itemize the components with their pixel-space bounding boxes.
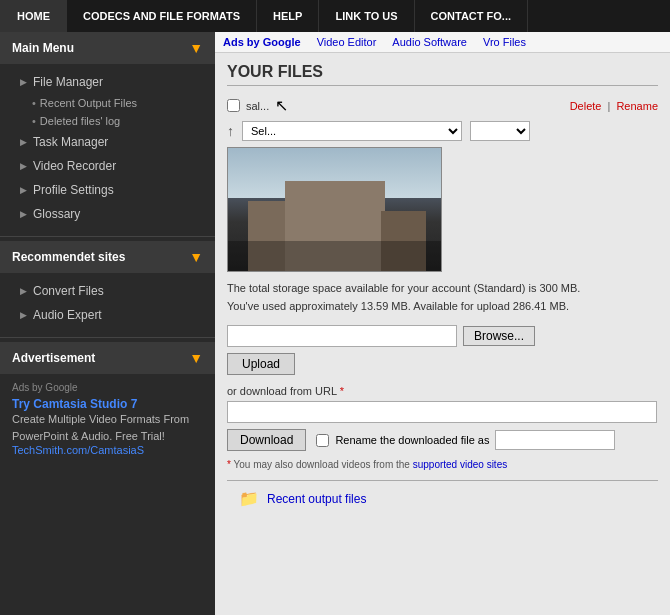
storage-text-2: You've used approximately 13.59 MB. Avai… [227, 298, 658, 316]
select-row: ↑ Sel... [227, 121, 658, 141]
rename-checkbox[interactable] [316, 434, 329, 447]
google-bar-audio-software[interactable]: Audio Software [392, 36, 467, 48]
advertisement-content: Ads by Google Try Camtasia Studio 7 Crea… [0, 374, 215, 464]
sidebar-item-task-manager[interactable]: ▶ Task Manager [0, 130, 215, 154]
file-select-dropdown[interactable]: Sel... [242, 121, 462, 141]
recent-files-bar: 📁 Recent output files [227, 480, 658, 516]
supported-video-sites-link[interactable]: supported video sites [413, 459, 508, 470]
folder-icon: 📁 [239, 489, 259, 508]
rename-link[interactable]: Rename [616, 100, 658, 112]
recommended-menu-items: ▶ Convert Files ▶ Audio Expert [0, 273, 215, 333]
main-menu-items: ▶ File Manager Recent Output Files Delet… [0, 64, 215, 232]
google-ads-bar: Ads by Google Video Editor Audio Softwar… [215, 32, 670, 53]
sidebar-item-deleted-log[interactable]: Deleted files' log [0, 112, 215, 130]
url-label: or download from URL * [227, 385, 658, 397]
file-name-placeholder: sal... [246, 100, 269, 112]
tri-icon: ▶ [20, 286, 27, 296]
sidebar-item-audio-expert[interactable]: ▶ Audio Expert [0, 303, 215, 327]
url-required-mark: * [340, 385, 344, 397]
tri-icon: ▶ [20, 137, 27, 147]
storage-info: The total storage space available for yo… [227, 280, 658, 315]
main-layout: Main Menu ▼ ▶ File Manager Recent Output… [0, 32, 670, 615]
your-files-section: YOUR FILES sal... ↖ Delete | Rename ↑ S [215, 53, 670, 526]
delete-link[interactable]: Delete [570, 100, 602, 112]
advertisement-header[interactable]: Advertisement ▼ [0, 342, 215, 374]
sidebar: Main Menu ▼ ▶ File Manager Recent Output… [0, 32, 215, 615]
recommended-sites-header[interactable]: Recommendet sites ▼ [0, 241, 215, 273]
format-dropdown[interactable] [470, 121, 530, 141]
url-input-field[interactable] [227, 401, 657, 423]
ad-site-link[interactable]: TechSmith.com/CamtasiaS [12, 444, 203, 456]
file-checkbox[interactable] [227, 99, 240, 112]
main-menu-header[interactable]: Main Menu ▼ [0, 32, 215, 64]
nav-link-to-us[interactable]: LINK TO US [319, 0, 414, 32]
thumbnail-image [228, 148, 441, 271]
url-download-section: or download from URL * Download Rename t… [227, 385, 658, 451]
main-content: Ads by Google Video Editor Audio Softwar… [215, 32, 670, 615]
footnote-required-mark: * [227, 459, 231, 470]
upload-row: Browse... [227, 325, 658, 347]
advertisement-arrow-icon: ▼ [189, 350, 203, 366]
tri-icon: ▶ [20, 185, 27, 195]
storage-text-1: The total storage space available for yo… [227, 280, 658, 298]
sidebar-item-profile-settings[interactable]: ▶ Profile Settings [0, 178, 215, 202]
google-bar-video-editor[interactable]: Video Editor [317, 36, 377, 48]
google-ads-by-label[interactable]: Ads by Google [223, 36, 301, 48]
recommended-sites-label: Recommendet sites [12, 250, 125, 264]
advertisement-label: Advertisement [12, 351, 95, 365]
recent-output-files-link[interactable]: Recent output files [267, 492, 366, 506]
nav-contact[interactable]: CONTACT FO... [415, 0, 528, 32]
ad-description: Create Multiple Video Formats From Power… [12, 411, 203, 444]
main-menu-label: Main Menu [12, 41, 74, 55]
upload-section: Browse... Upload [227, 325, 658, 375]
tri-icon: ▶ [20, 77, 27, 87]
nav-home[interactable]: HOME [0, 0, 67, 32]
tri-icon: ▶ [20, 310, 27, 320]
nav-help[interactable]: HELP [257, 0, 319, 32]
file-delete-rename-area: Delete | Rename [570, 100, 658, 112]
sidebar-item-convert-files[interactable]: ▶ Convert Files [0, 279, 215, 303]
nav-codecs[interactable]: CODECS AND FILE FORMATS [67, 0, 257, 32]
sidebar-item-file-manager[interactable]: ▶ File Manager [0, 70, 215, 94]
ads-by-google-label: Ads by Google [12, 382, 203, 393]
download-row: Download Rename the downloaded file as [227, 429, 658, 451]
file-checkbox-area: sal... ↖ [227, 96, 288, 115]
rename-label: Rename the downloaded file as [335, 434, 489, 446]
upload-button[interactable]: Upload [227, 353, 295, 375]
file-actions-row: sal... ↖ Delete | Rename [227, 96, 658, 115]
delete-rename-separator: | [608, 100, 611, 112]
browse-button[interactable]: Browse... [463, 326, 535, 346]
rename-area: Rename the downloaded file as [316, 430, 615, 450]
rename-input-field[interactable] [495, 430, 615, 450]
video-thumbnail [227, 147, 442, 272]
top-navigation: HOME CODECS AND FILE FORMATS HELP LINK T… [0, 0, 670, 32]
arrow-up-icon: ↑ [227, 123, 234, 139]
footnote-text: You may also download videos from the [234, 459, 410, 470]
sidebar-divider-1 [0, 236, 215, 237]
recommended-arrow-icon: ▼ [189, 249, 203, 265]
tri-icon: ▶ [20, 161, 27, 171]
sidebar-item-recent-output[interactable]: Recent Output Files [0, 94, 215, 112]
ad-link[interactable]: Try Camtasia Studio 7 [12, 397, 203, 411]
download-button[interactable]: Download [227, 429, 306, 451]
file-input-field[interactable] [227, 325, 457, 347]
google-bar-vro-files[interactable]: Vro Files [483, 36, 526, 48]
tri-icon: ▶ [20, 209, 27, 219]
sidebar-item-glossary[interactable]: ▶ Glossary [0, 202, 215, 226]
cursor-icon: ↖ [275, 96, 288, 115]
main-menu-arrow-icon: ▼ [189, 40, 203, 56]
sidebar-item-video-recorder[interactable]: ▶ Video Recorder [0, 154, 215, 178]
footnote: * You may also download videos from the … [227, 459, 658, 470]
sidebar-divider-2 [0, 337, 215, 338]
section-title: YOUR FILES [227, 63, 658, 86]
